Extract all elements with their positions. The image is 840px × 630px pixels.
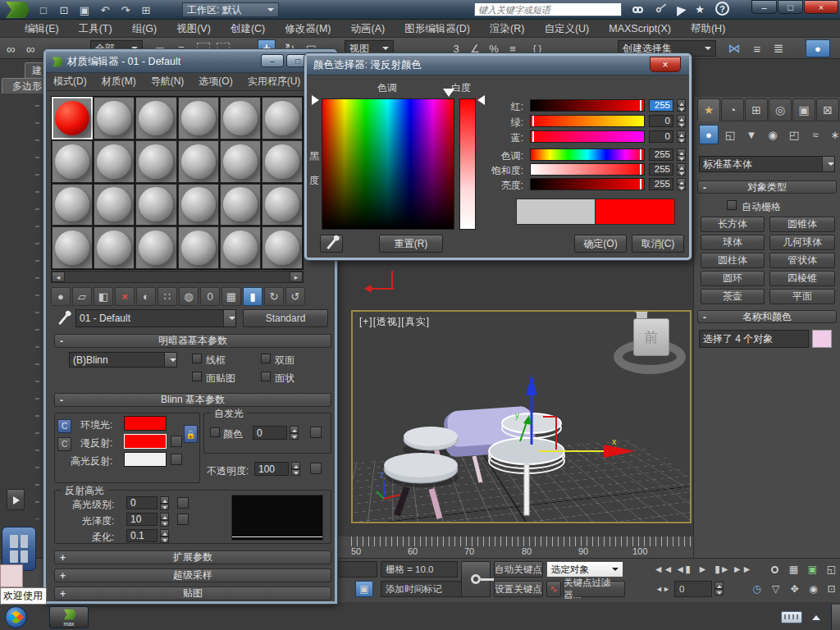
red-value-field[interactable]: 255 [649, 99, 673, 112]
go-forward-sibling-icon[interactable]: ↺ [285, 287, 305, 306]
button-teapot[interactable]: 茶壶 [701, 289, 765, 304]
menu-edit[interactable]: 编辑(E) [15, 20, 69, 38]
lock-maps-icon[interactable]: 🔒 [184, 425, 198, 443]
green-slider[interactable] [530, 115, 645, 127]
material-slot[interactable] [52, 184, 93, 226]
glossiness-spinner[interactable] [160, 513, 169, 527]
material-type-button[interactable]: Standard [243, 309, 328, 327]
perspective-viewport[interactable]: y x z [+][透视][真实] 前 [351, 310, 692, 523]
scroll-left-icon[interactable]: ◂ [52, 272, 65, 282]
tab-display[interactable]: ▣ [792, 98, 815, 121]
reset-map-icon[interactable]: × [115, 287, 135, 306]
diffuse-color-swatch[interactable] [124, 434, 167, 449]
show-hidden-icons-arrow[interactable] [812, 615, 820, 620]
supersampling-rollout[interactable]: + 超级采样 [54, 568, 331, 582]
opacity-field[interactable]: 100 [254, 462, 289, 476]
align-icon[interactable]: ≡ [748, 39, 766, 57]
button-box[interactable]: 长方体 [701, 217, 765, 232]
material-slot[interactable] [135, 184, 176, 226]
shader-basic-params-rollout[interactable]: - 明暗器基本参数 [54, 334, 331, 348]
zoom-extents-icon[interactable] [766, 561, 783, 578]
make-copy-icon[interactable]: ◐ [136, 287, 156, 306]
lock-diffuse-specular-icon[interactable]: C [57, 437, 71, 451]
material-slot[interactable] [262, 97, 303, 139]
menu-graph-editors[interactable]: 图形编辑器(D) [395, 20, 480, 38]
default-in-out-tangents-icon[interactable]: ∿ [546, 581, 561, 597]
auto-key-button[interactable]: 自动关键点 [494, 561, 543, 578]
color-selector-titlebar[interactable]: 颜色选择器: 漫反射颜色 [307, 56, 689, 75]
menu-help[interactable]: 帮助(H) [681, 20, 735, 38]
select-and-link-icon[interactable]: ∞ [2, 39, 20, 57]
button-cone[interactable]: 圆锥体 [769, 217, 835, 232]
pick-material-eyedropper-icon[interactable] [57, 311, 72, 327]
face-map-checkbox[interactable] [192, 372, 202, 381]
zoom-extents-selected-icon[interactable]: ▣ [804, 561, 821, 578]
menu-views[interactable]: 视图(V) [167, 20, 221, 38]
new-file-icon[interactable]: □ [36, 4, 51, 16]
material-slot[interactable] [52, 140, 93, 183]
maximize-viewport-icon[interactable]: ⊡ [823, 581, 840, 597]
menu-create[interactable]: 创建(C) [221, 20, 275, 38]
button-torus[interactable]: 圆环 [701, 271, 765, 286]
material-slot[interactable] [178, 140, 219, 183]
menu-utilities[interactable]: 实用程序(U) [240, 75, 308, 89]
input-method-keyboard-icon[interactable] [781, 611, 802, 623]
menu-options[interactable]: 选项(O) [191, 75, 240, 89]
project-toggle-icon[interactable]: ⊞ [139, 4, 153, 16]
saturation-slider[interactable] [530, 163, 645, 176]
ambient-color-swatch[interactable] [124, 416, 167, 431]
specular-map-button[interactable] [171, 454, 182, 465]
go-to-start-icon[interactable]: ◄◄ [655, 561, 672, 578]
red-spinner[interactable] [677, 99, 686, 112]
start-button[interactable] [5, 606, 27, 628]
maps-rollout[interactable]: + 贴图 [54, 587, 331, 600]
specular-color-swatch[interactable] [124, 452, 167, 467]
faceted-checkbox[interactable] [261, 372, 271, 381]
value-slider[interactable] [530, 178, 645, 190]
diffuse-map-button[interactable] [171, 436, 182, 447]
cancel-button[interactable]: 取消(C) [632, 235, 684, 253]
show-end-result-icon[interactable]: ▮ [243, 287, 262, 306]
orbit-icon[interactable]: ◉ [805, 581, 822, 597]
material-id-channel-icon[interactable]: 0 [200, 287, 220, 306]
maximize-button[interactable]: □ [778, 0, 803, 14]
self-illum-map-button[interactable] [310, 427, 322, 438]
button-plane[interactable]: 平面 [769, 289, 835, 304]
search-input[interactable] [474, 2, 622, 16]
category-lights[interactable]: ▼ [742, 125, 761, 144]
value-value-field[interactable]: 255 [649, 178, 673, 190]
opacity-spinner[interactable] [291, 462, 300, 476]
blue-spinner[interactable] [677, 130, 686, 143]
pan-hand-icon[interactable]: ✥ [786, 581, 803, 597]
material-name-dropdown[interactable]: 01 - Default [75, 309, 236, 327]
material-editor-toolbar-icon[interactable]: ● [806, 39, 830, 57]
extended-params-rollout[interactable]: + 扩展参数 [54, 550, 331, 564]
specular-level-spinner[interactable] [160, 496, 169, 510]
button-sphere[interactable]: 球体 [701, 235, 765, 250]
viewcube[interactable]: 前 [633, 318, 669, 356]
tab-create[interactable]: ★ [697, 98, 720, 121]
category-shapes[interactable]: ◱ [720, 125, 740, 144]
material-slot[interactable] [135, 226, 176, 269]
menu-modes[interactable]: 模式(D) [46, 75, 94, 89]
object-type-rollout[interactable]: - 对象类型 [697, 180, 837, 194]
set-key-button[interactable]: 设置关键点 [494, 581, 543, 597]
get-material-icon[interactable]: ● [51, 287, 71, 306]
tab-hierarchy[interactable]: ⊞ [745, 98, 768, 121]
mirror-icon[interactable]: ⋈ [725, 39, 743, 57]
material-slot[interactable] [262, 226, 303, 269]
material-slot[interactable] [262, 184, 303, 226]
material-slot[interactable] [94, 226, 135, 269]
put-to-scene-icon[interactable]: ▱ [72, 287, 92, 306]
category-systems[interactable]: ∗ [825, 125, 840, 144]
save-file-icon[interactable]: ▣ [77, 4, 92, 16]
wire-checkbox[interactable] [192, 354, 202, 363]
zoom-all-icon[interactable]: ▦ [785, 561, 802, 578]
material-slot[interactable] [220, 97, 261, 139]
selected-filter-dropdown[interactable]: 选定对象 [546, 561, 623, 578]
object-color-swatch[interactable] [812, 330, 832, 348]
key-filters-button[interactable]: 关键点过滤器... [563, 581, 625, 597]
hue-value-field[interactable]: 255 [649, 148, 673, 161]
red-slider[interactable] [530, 99, 645, 112]
button-geosphere[interactable]: 几何球体 [769, 235, 835, 250]
